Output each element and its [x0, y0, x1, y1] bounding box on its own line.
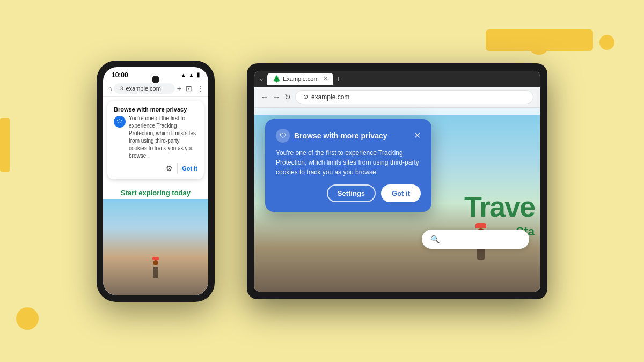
phone-status-icons: ▲ ▲ ▮	[180, 71, 200, 78]
phone-notification-card: Browse with more privacy 🛡 You're one of…	[107, 101, 204, 179]
add-tab-icon[interactable]: +	[177, 84, 181, 93]
phone-got-it-button[interactable]: Got it	[182, 165, 197, 172]
tablet-popup-close-icon[interactable]: ✕	[414, 131, 421, 140]
tablet-active-tab[interactable]: 🌲 Example.com ✕	[267, 73, 333, 85]
tablet-got-it-button[interactable]: Got it	[381, 184, 421, 202]
phone-screen: 10:00 ▲ ▲ ▮ ⌂ ⊙ example.com + ⊡ ⋮	[103, 67, 208, 295]
phone-url-text: example.com	[126, 85, 160, 92]
phone-url-bar[interactable]: ⊙ example.com	[114, 83, 174, 94]
tablet-screen: ⌄ 🌲 Example.com ✕ + ← → ↻ ⊙ example.com	[254, 71, 540, 292]
tablet-tracking-icon: ⊙	[303, 93, 308, 100]
tablet-search-icon: 🔍	[430, 235, 440, 243]
phone-notif-actions: ⚙ Got it	[114, 163, 197, 174]
eye-slash-icon: 🛡	[117, 119, 122, 124]
shield-eye-icon: 🛡	[280, 132, 286, 139]
tablet-privacy-popup: 🛡 Browse with more privacy ✕ You're one …	[265, 119, 431, 212]
tablet-tab-strip: ⌄ 🌲 Example.com ✕ +	[254, 71, 540, 87]
tablet-popup-title-row: 🛡 Browse with more privacy	[276, 129, 387, 143]
phone-time: 10:00	[112, 71, 128, 79]
tab-label: Example.com	[283, 76, 319, 82]
battery-icon: ▮	[196, 71, 200, 78]
action-divider	[177, 163, 178, 174]
home-icon[interactable]: ⌂	[107, 84, 112, 93]
tab-strip-chevron[interactable]: ⌄	[259, 75, 264, 83]
tablet-person-hat	[475, 223, 486, 228]
phone-browser-bar: ⌂ ⊙ example.com + ⊡ ⋮	[103, 81, 208, 97]
tracking-protection-badge: 🛡	[114, 116, 126, 128]
new-tab-icon[interactable]: +	[336, 75, 341, 83]
main-layout: 10:00 ▲ ▲ ▮ ⌂ ⊙ example.com + ⊡ ⋮	[0, 0, 644, 362]
wifi-icon: ▲	[180, 72, 186, 78]
tab-count-icon[interactable]: ⊡	[186, 84, 192, 93]
tab-favicon: 🌲	[273, 75, 281, 83]
person-body	[153, 267, 158, 278]
tablet-browser-bar: ← → ↻ ⊙ example.com	[254, 87, 540, 108]
signal-icon: ▲	[188, 72, 194, 78]
tablet-url-text: example.com	[311, 93, 349, 101]
phone-camera-notch	[152, 76, 159, 83]
tablet-popup-body: You're one of the first to experience Tr…	[276, 148, 421, 177]
phone-notif-title: Browse with more privacy	[114, 106, 197, 113]
tablet-tracking-protection-icon: 🛡	[276, 129, 290, 143]
settings-gear-icon[interactable]: ⚙	[166, 164, 173, 173]
tablet-popup-header: 🛡 Browse with more privacy ✕	[276, 129, 421, 143]
tablet-url-bar[interactable]: ⊙ example.com	[295, 90, 533, 104]
phone-explore-text: Start exploring today	[108, 189, 203, 197]
tab-close-icon[interactable]: ✕	[323, 75, 328, 82]
phone-notif-body-text: You're one of the first to experience Tr…	[129, 115, 197, 160]
phone-notif-body: 🛡 You're one of the first to experience …	[114, 115, 197, 160]
tablet-popup-title: Browse with more privacy	[294, 131, 387, 140]
person-head	[153, 260, 158, 265]
phone-browser-actions: + ⊡ ⋮	[177, 84, 204, 93]
menu-icon[interactable]: ⋮	[196, 84, 204, 93]
forward-button[interactable]: →	[273, 93, 280, 101]
tablet-device: ⌄ 🌲 Example.com ✕ + ← → ↻ ⊙ example.com	[247, 63, 547, 299]
tablet-popup-actions: Settings Got it	[276, 184, 421, 202]
tablet-search-bar[interactable]: 🔍	[422, 230, 529, 249]
tracking-protection-icon: ⊙	[119, 85, 123, 91]
tablet-settings-button[interactable]: Settings	[327, 184, 376, 202]
phone-device: 10:00 ▲ ▲ ▮ ⌂ ⊙ example.com + ⊡ ⋮	[97, 61, 215, 302]
back-button[interactable]: ←	[261, 93, 268, 101]
tablet-travel-text: Trave	[464, 190, 535, 223]
phone-hero-person	[151, 257, 160, 279]
phone-hero-image	[103, 199, 208, 295]
reload-button[interactable]: ↻	[284, 93, 291, 101]
